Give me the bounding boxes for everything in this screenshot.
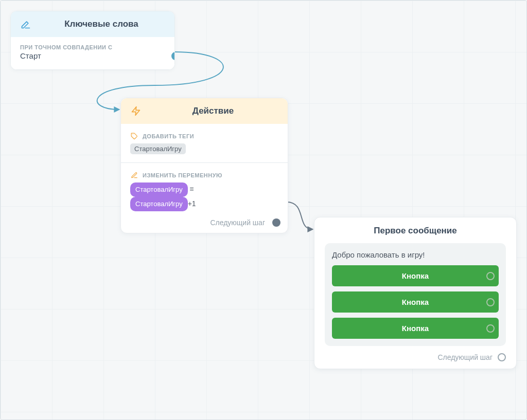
action-add-tags-row: ДОБАВИТЬ ТЕГИ СтартовалИгру xyxy=(130,132,278,154)
tag-icon xyxy=(130,132,138,140)
message-next-step-label: Следующий шаг xyxy=(437,353,493,361)
node-message[interactable]: Первое сообщение Добро пожаловать в игру… xyxy=(314,217,517,369)
reply-button-1-port[interactable] xyxy=(486,272,495,280)
welcome-text: Добро пожаловать в игру! xyxy=(332,250,499,259)
node-message-output-port[interactable] xyxy=(498,353,506,361)
button-row-2: Кнопка xyxy=(332,291,499,313)
reply-button-2[interactable]: Кнопка xyxy=(332,291,499,313)
reply-button-2-port[interactable] xyxy=(486,298,495,306)
match-type-label: ПРИ ТОЧНОМ СОВПАДЕНИИ С xyxy=(20,44,165,50)
svg-marker-0 xyxy=(132,107,140,116)
keyword-value: Старт xyxy=(20,51,165,60)
button-row-3: Кнопка xyxy=(332,318,499,339)
row-divider xyxy=(121,162,288,163)
lightning-icon xyxy=(130,105,142,117)
node-keywords-body: ПРИ ТОЧНОМ СОВПАДЕНИИ С Старт xyxy=(11,37,174,69)
node-action-body: ДОБАВИТЬ ТЕГИ СтартовалИгру ИЗМЕНИТЬ ПЕР… xyxy=(121,124,288,217)
reply-button-3-port[interactable] xyxy=(486,324,495,333)
variable-chip-rhs[interactable]: СтартовалИгру xyxy=(130,197,188,211)
tag-chip[interactable]: СтартовалИгру xyxy=(130,143,186,154)
reply-button-1[interactable]: Кнопка xyxy=(332,265,499,286)
message-body-box: Добро пожаловать в игру! Кнопка Кнопка К… xyxy=(325,243,506,346)
node-action-output-port[interactable] xyxy=(272,218,280,227)
node-keywords[interactable]: Ключевые слова ПРИ ТОЧНОМ СОВПАДЕНИИ С С… xyxy=(10,11,175,70)
node-keywords-header: Ключевые слова xyxy=(11,11,174,37)
node-action-title: Действие xyxy=(148,106,278,116)
reply-button-3[interactable]: Кнопка xyxy=(332,318,499,339)
pencil-icon xyxy=(20,19,31,30)
next-step-label: Следующий шаг xyxy=(210,218,265,227)
action-set-variable-row: ИЗМЕНИТЬ ПЕРЕМЕННУЮ СтартовалИгру = Стар… xyxy=(130,171,278,211)
add-tags-label: ДОБАВИТЬ ТЕГИ xyxy=(143,133,194,139)
node-message-title: Первое сообщение xyxy=(314,217,516,243)
equals-sign: = xyxy=(188,185,194,193)
plus-one-suffix: +1 xyxy=(188,199,196,208)
variable-assignment-expression: СтартовалИгру = xyxy=(130,182,278,197)
edit-icon xyxy=(130,171,138,179)
node-keywords-title: Ключевые слова xyxy=(38,19,165,29)
set-variable-label: ИЗМЕНИТЬ ПЕРЕМЕННУЮ xyxy=(143,172,222,178)
variable-chip-lhs[interactable]: СтартовалИгру xyxy=(130,182,188,197)
node-action-footer: Следующий шаг xyxy=(121,217,288,233)
variable-rhs-expression: СтартовалИгру+1 xyxy=(130,197,278,211)
node-action-header: Действие xyxy=(121,98,288,124)
button-row-1: Кнопка xyxy=(332,265,499,286)
node-action[interactable]: Действие ДОБАВИТЬ ТЕГИ СтартовалИгру xyxy=(120,98,288,233)
node-message-footer: Следующий шаг xyxy=(314,353,516,369)
